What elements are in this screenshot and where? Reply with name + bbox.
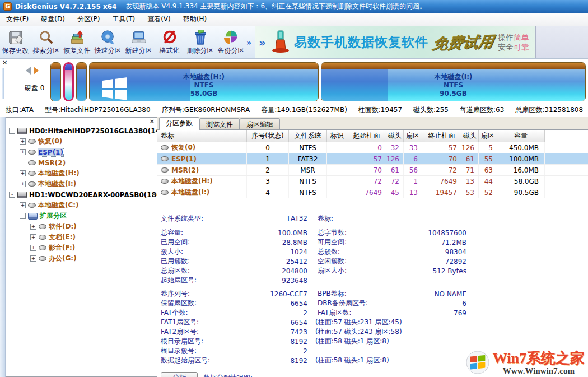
- partition-bar-i[interactable]: 本地磁盘(I:) NTFS 90.5GB: [321, 62, 586, 101]
- panel-splitter[interactable]: [2, 68, 4, 99]
- expand-icon[interactable]: +: [20, 138, 26, 145]
- table-row-selected[interactable]: ESP(1) 1 FAT32 57 126 6 70 61 55 100.0MB: [157, 153, 588, 165]
- partition-icon: [28, 150, 36, 155]
- partition-bar-msr[interactable]: [76, 62, 87, 101]
- col-index-status[interactable]: 序号(状态): [247, 130, 289, 142]
- collapse-icon[interactable]: -: [20, 213, 26, 219]
- tree-item-media-f[interactable]: + 影音(F:): [6, 243, 157, 253]
- col-end-sector[interactable]: 扇区: [479, 130, 497, 142]
- recover-files-button[interactable]: 恢复文件: [62, 26, 92, 58]
- detail-label: 保留扇区数:: [161, 299, 245, 308]
- expand-icon[interactable]: +: [30, 234, 36, 240]
- search-partition-button[interactable]: 搜索分区: [31, 26, 62, 58]
- col-start-sector[interactable]: 扇区: [404, 130, 422, 142]
- tab-partition-params[interactable]: 分区参数: [159, 117, 199, 130]
- tree-item-local-c[interactable]: + 本地磁盘(C:): [6, 200, 157, 211]
- ad-banner[interactable]: » 易数手机数据恢复软件 免费试用 操作简单 安全可靠: [255, 26, 535, 58]
- delete-partition-button[interactable]: 删除分区: [185, 26, 216, 58]
- table-row[interactable]: 恢复(0) 0 NTFS 0 32 33 57 126 5 450.0MB: [157, 142, 588, 153]
- analyze-button[interactable]: 分析: [161, 372, 198, 377]
- partition-bars: 本地磁盘(H:) NTFS 58.0GB 本地磁盘(I:) NTFS 90.5G…: [50, 62, 586, 101]
- toolbar-label: 保存更改: [2, 46, 29, 55]
- prev-disk-arrow-icon[interactable]: [26, 67, 31, 75]
- col-end-cylinder[interactable]: 终止柱面: [422, 130, 461, 142]
- expand-icon[interactable]: +: [20, 170, 26, 176]
- partition-size: 58.0GB: [190, 90, 218, 98]
- detail-chs: (柱面:57 磁头:231 扇区:45): [307, 318, 466, 327]
- tree-item-msr[interactable]: MSR(2): [6, 157, 157, 168]
- tab-sector-edit[interactable]: 扇区编辑: [240, 118, 280, 129]
- tree-item-software-d[interactable]: + 软件(D:): [6, 221, 157, 232]
- backup-partition-button[interactable]: 备份分区: [216, 26, 246, 58]
- new-partition-button[interactable]: 新建分区: [123, 26, 154, 58]
- menu-help[interactable]: 帮助(H): [177, 13, 213, 26]
- col-end-head[interactable]: 磁头: [461, 130, 479, 142]
- menu-bar: 文件(F) 硬盘(D) 分区(P) 工具(T) 查看(V) 帮助(H): [0, 13, 588, 26]
- tree-item-local-i[interactable]: + 本地磁盘(I:): [6, 179, 157, 189]
- watermark-title: Win7系统之家: [493, 351, 585, 366]
- quick-partition-button[interactable]: 快速分区: [92, 26, 123, 58]
- col-start-cylinder[interactable]: 起始柱面: [347, 130, 386, 142]
- banner-badge: 免费试用: [431, 31, 495, 54]
- menu-disk[interactable]: 硬盘(D): [35, 13, 71, 26]
- next-disk-arrow-icon[interactable]: [34, 67, 39, 75]
- format-button[interactable]: 格式化: [154, 26, 185, 58]
- menu-file[interactable]: 文件(F): [0, 13, 35, 26]
- tree-item-office-g[interactable]: + 办公(G:): [6, 253, 157, 264]
- tree-label: HD0:HitachiHDP725016GLA380(149GB): [29, 127, 157, 135]
- partition-bar-h[interactable]: 本地磁盘(H:) NTFS 58.0GB: [89, 62, 319, 101]
- tree-item-local-h[interactable]: + 本地磁盘(H:): [6, 168, 157, 179]
- title-bar: G DiskGenius V4.7.2.155 x64 发现新版本 V4.9.1…: [0, 0, 588, 13]
- menu-tools[interactable]: 工具(T): [106, 13, 141, 26]
- expand-icon[interactable]: +: [20, 149, 26, 155]
- tree-item-extended[interactable]: - 扩展分区: [6, 211, 157, 221]
- detail-value: 6654: [245, 300, 307, 308]
- col-start-head[interactable]: 磁头: [386, 130, 404, 142]
- data-allocation-map-label: 数据分配情况图:: [203, 373, 253, 377]
- expand-icon[interactable]: +: [20, 202, 26, 208]
- col-capacity[interactable]: 容量: [497, 130, 545, 142]
- tree-item-hd1[interactable]: - HD1:WDCWD20EARX-00PASB0(1863GB): [6, 189, 157, 200]
- table-row[interactable]: MSR(2) 2 MSR 70 61 56 72 71 63 16.0MB: [157, 165, 588, 176]
- save-changes-button[interactable]: 保存更改: [0, 26, 31, 58]
- tree-item-esp-selected[interactable]: + ESP(1): [6, 147, 157, 157]
- tree-label: 软件(D:): [49, 222, 77, 231]
- toolbar-empty-pane: [535, 26, 588, 58]
- detail-value: 6: [413, 300, 466, 308]
- col-filesystem[interactable]: 文件系统: [289, 130, 327, 142]
- menu-view[interactable]: 查看(V): [141, 13, 177, 26]
- tree-label: ESP(1): [38, 148, 63, 156]
- detail-label: 根目录簇号:: [161, 346, 245, 356]
- table-row[interactable]: 本地磁盘(H:) 3 NTFS 72 72 1 7649 13 44 58.0G…: [157, 176, 588, 187]
- tree-item-docs-e[interactable]: + 文档(E:): [6, 232, 157, 243]
- partition-bar-recovery[interactable]: [50, 62, 61, 101]
- expand-icon[interactable]: +: [30, 224, 36, 230]
- table-row[interactable]: 本地磁盘(I:) 4 NTFS 7649 45 13 19457 53 52 9…: [157, 187, 588, 198]
- extended-partition-icon: [28, 213, 38, 220]
- expand-icon[interactable]: +: [30, 255, 36, 262]
- detail-label: FAT1扇区号:: [161, 318, 245, 327]
- partition-bar-esp-selected[interactable]: [63, 62, 74, 101]
- col-volume-label[interactable]: 卷标: [157, 130, 247, 142]
- disk-nav: [26, 67, 39, 75]
- tree-label: 本地磁盘(H:): [38, 169, 80, 178]
- tag-op-value: 简单: [514, 33, 529, 42]
- tab-browse-files[interactable]: 浏览文件: [199, 118, 240, 129]
- expand-icon[interactable]: +: [30, 245, 36, 251]
- close-icon[interactable]: ×: [2, 60, 7, 66]
- partition-icon: [28, 171, 36, 176]
- tree-item-recovery[interactable]: + 恢复(0): [6, 136, 157, 147]
- col-tag[interactable]: 标识: [327, 130, 347, 142]
- collapse-icon[interactable]: -: [9, 192, 15, 198]
- close-icon[interactable]: ×: [150, 118, 155, 124]
- tree-item-hd0[interactable]: - HD0:HitachiHDP725016GLA380(149GB): [6, 125, 157, 136]
- toolbar-label: 搜索分区: [33, 46, 60, 55]
- disk-sectors-per-track: 每道扇区数:63: [460, 105, 504, 115]
- collapse-icon[interactable]: -: [9, 128, 15, 134]
- partition-icon: [28, 203, 36, 208]
- toolbar-overflow-chevron[interactable]: »: [246, 26, 255, 58]
- detail-value: 1260-CCE7: [245, 290, 307, 298]
- menu-partition[interactable]: 分区(P): [71, 13, 106, 26]
- app-icon: G: [3, 2, 12, 11]
- expand-icon[interactable]: +: [20, 181, 26, 187]
